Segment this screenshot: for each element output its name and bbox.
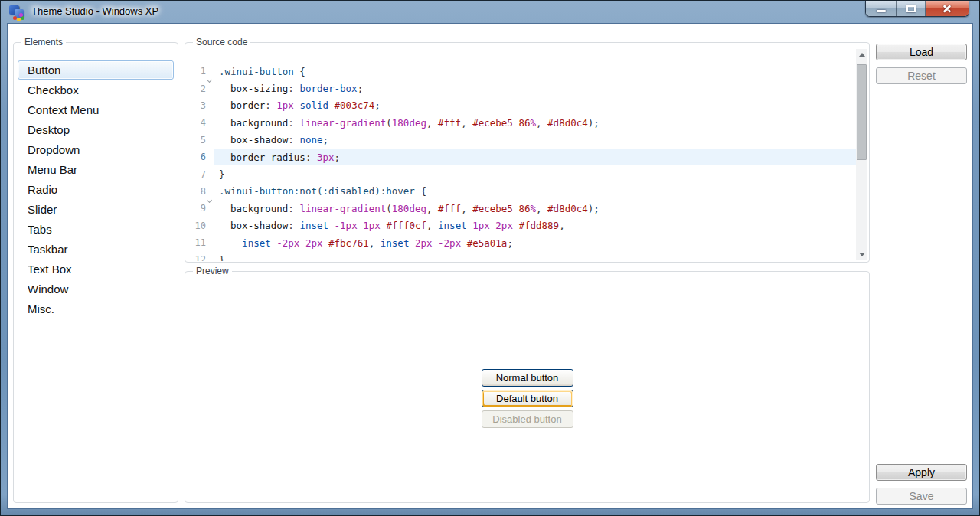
scrollbar-thumb[interactable] [857, 64, 867, 160]
sidebar-item-context-menu[interactable]: Context Menu [18, 100, 174, 119]
preview-disabled-button[interactable]: Disabled button [482, 410, 573, 428]
maximize-button[interactable] [897, 1, 926, 17]
line-number: 5 [186, 135, 206, 145]
line-number: 6 [186, 152, 206, 162]
code-text[interactable]: box-shadow: inset -1px 1px #fff0cf, inse… [214, 217, 856, 234]
code-text[interactable]: background: linear-gradient(180deg, #fff… [214, 114, 856, 131]
code-line-3[interactable]: 3 border: 1px solid #003c74; [186, 97, 856, 114]
code-text[interactable]: box-sizing: border-box; [214, 80, 856, 96]
minimize-icon [877, 10, 886, 12]
client-area: Elements ButtonCheckboxContext MenuDeskt… [7, 23, 973, 509]
preview-normal-button[interactable]: Normal button [482, 369, 573, 387]
code-text[interactable]: box-shadow: none; [214, 132, 856, 149]
line-number: 1 [186, 66, 206, 77]
sidebar-item-dropdown[interactable]: Dropdown [18, 140, 174, 159]
source-code-panel-legend: Source code [193, 37, 250, 47]
code-text[interactable]: } [214, 165, 856, 182]
code-text[interactable]: border: 1px solid #003c74; [214, 97, 856, 114]
reset-button[interactable]: Reset [876, 67, 967, 84]
apply-button[interactable]: Apply [876, 464, 967, 481]
editor-scrollbar[interactable] [856, 49, 867, 260]
scroll-up-arrow-icon[interactable] [856, 49, 867, 60]
code-line-6[interactable]: 6 border-radius: 3px; [186, 149, 856, 165]
sidebar-item-menu-bar[interactable]: Menu Bar [18, 160, 174, 179]
code-text[interactable]: } [214, 251, 856, 261]
line-number: 9 [186, 203, 206, 214]
sidebar-item-tabs[interactable]: Tabs [18, 220, 174, 239]
code-text[interactable]: border-radius: 3px; [214, 149, 856, 165]
sidebar-item-slider[interactable]: Slider [18, 200, 174, 219]
sidebar-item-taskbar[interactable]: Taskbar [18, 240, 174, 259]
sidebar-item-window[interactable]: Window [18, 279, 174, 299]
code-text[interactable]: .winui-button:not(:disabled):hover { [214, 183, 856, 200]
sidebar-item-misc[interactable]: Misc. [18, 299, 174, 318]
preview-panel-legend: Preview [193, 266, 232, 276]
preview-button-stack: Normal buttonDefault buttonDisabled butt… [482, 369, 573, 428]
line-number: 3 [186, 100, 206, 111]
code-line-4[interactable]: 4 background: linear-gradient(180deg, #f… [186, 114, 856, 131]
code-line-1[interactable]: 1.winui-button { [186, 63, 856, 80]
scroll-down-arrow-icon[interactable] [856, 249, 867, 260]
code-line-11[interactable]: 11 inset -2px 2px #fbc761, inset 2px -2p… [186, 234, 856, 251]
minimize-button[interactable] [866, 1, 897, 17]
line-number: 10 [186, 220, 206, 231]
sidebar-item-checkbox[interactable]: Checkbox [18, 80, 174, 100]
line-number: 2 [186, 83, 206, 94]
elements-panel: Elements ButtonCheckboxContext MenuDeskt… [13, 37, 178, 503]
app-window: Theme Studio - Windows XP Elements Butto… [0, 0, 980, 516]
sidebar-item-text-box[interactable]: Text Box [18, 260, 174, 279]
sidebar-item-radio[interactable]: Radio [18, 180, 174, 199]
line-number: 12 [186, 254, 206, 261]
code-text[interactable]: background: linear-gradient(180deg, #fff… [214, 200, 856, 217]
sidebar-item-desktop[interactable]: Desktop [18, 120, 174, 139]
sidebar-item-button[interactable]: Button [18, 60, 174, 80]
elements-panel-legend: Elements [21, 37, 66, 47]
maximize-icon [906, 5, 916, 12]
close-button[interactable] [926, 1, 969, 17]
window-controls [865, 1, 969, 17]
load-button[interactable]: Load [876, 44, 967, 60]
code-line-10[interactable]: 10 box-shadow: inset -1px 1px #fff0cf, i… [186, 217, 856, 234]
text-caret [341, 151, 341, 163]
save-button[interactable]: Save [876, 488, 967, 505]
source-code-panel: Source code 1.winui-button {2 box-sizing… [185, 37, 870, 263]
code-line-5[interactable]: 5 box-shadow: none; [186, 132, 856, 149]
code-line-8[interactable]: 8.winui-button:not(:disabled):hover { [186, 183, 856, 200]
code-text[interactable]: .winui-button { [214, 63, 856, 80]
preview-panel: Preview Normal buttonDefault buttonDisab… [185, 266, 870, 503]
code-editor[interactable]: 1.winui-button {2 box-sizing: border-box… [186, 63, 856, 261]
theme-studio-app-icon[interactable] [8, 4, 27, 22]
close-icon [942, 4, 952, 13]
elements-list: ButtonCheckboxContext MenuDesktopDropdow… [17, 60, 175, 319]
code-line-7[interactable]: 7} [186, 165, 856, 182]
code-line-2[interactable]: 2 box-sizing: border-box; [186, 80, 856, 96]
preview-default-button[interactable]: Default button [482, 390, 573, 407]
line-number: 7 [186, 169, 206, 180]
line-number: 11 [186, 237, 206, 248]
code-line-9[interactable]: 9 background: linear-gradient(180deg, #f… [186, 200, 856, 217]
code-text[interactable]: inset -2px 2px #fbc761, inset 2px -2px #… [214, 234, 856, 251]
titlebar[interactable]: Theme Studio - Windows XP [1, 1, 979, 23]
line-number: 4 [186, 117, 206, 128]
window-title: Theme Studio - Windows XP [31, 5, 158, 17]
line-number: 8 [186, 186, 206, 197]
code-line-12[interactable]: 12} [186, 251, 856, 261]
